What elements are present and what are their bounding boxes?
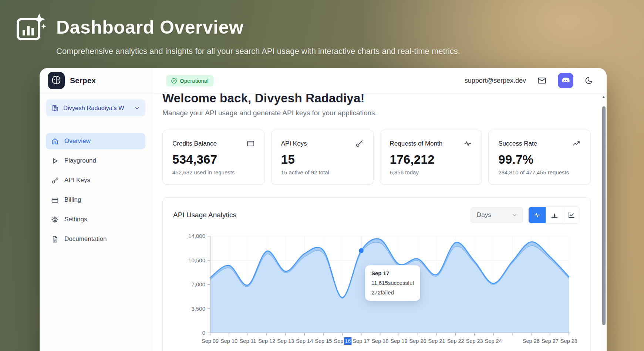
svg-text:Sep 17: Sep 17: [353, 338, 370, 344]
credit-card-icon: [246, 139, 255, 148]
stat-label: Credits Balance: [172, 140, 217, 147]
chart-plot: 14,00010,5007,0003,5000Sep 09Sep 10Sep 1…: [173, 230, 580, 347]
chart-title: API Usage Analytics: [173, 211, 236, 219]
sidebar-item-label: Playground: [64, 157, 96, 164]
workspace-label: Divyesh Radadiya's W: [63, 105, 124, 112]
tooltip-successful: 11,615successful: [371, 280, 414, 286]
svg-text:Sep: Sep: [334, 338, 344, 344]
key-icon: [51, 177, 59, 184]
brain-icon: [48, 72, 65, 89]
svg-text:Sep 28: Sep 28: [560, 338, 577, 344]
stat-card-requests-of-month: Requests of Month 176,212 6,856 today: [380, 130, 482, 185]
page-header: Dashboard Overview Comprehensive analyti…: [15, 13, 460, 56]
stat-sub: 15 active of 92 total: [281, 169, 364, 176]
svg-text:Sep 14: Sep 14: [296, 338, 313, 344]
activity-icon: [463, 139, 472, 148]
main-panel: Operational support@serpex.dev: [152, 68, 607, 351]
discord-icon[interactable]: [558, 73, 573, 88]
sidebar: Serpex Divyesh Radadiya's W: [40, 68, 152, 351]
sidebar-item-label: Billing: [64, 196, 81, 204]
topbar: Operational support@serpex.dev: [152, 68, 607, 93]
activity-icon[interactable]: [529, 207, 546, 223]
trending-up-icon: [572, 139, 581, 148]
welcome-subheading: Manage your API usage and generate API k…: [162, 109, 591, 117]
svg-text:Sep 23: Sep 23: [466, 338, 483, 344]
range-select-value: Days: [477, 211, 491, 219]
sidebar-item-label: API Keys: [64, 177, 90, 184]
stat-card-api-keys: API Keys 15 15 active of 92 total: [271, 130, 374, 185]
support-email[interactable]: support@serpex.dev: [465, 77, 526, 85]
svg-text:10,500: 10,500: [188, 257, 205, 263]
status-label: Operational: [180, 78, 209, 84]
sidebar-item-settings[interactable]: Settings: [46, 211, 145, 228]
stats-row: Credits Balance 534,367 452,632 used in …: [162, 130, 591, 185]
range-select[interactable]: Days: [471, 207, 523, 223]
sidebar-item-playground[interactable]: Playground: [46, 153, 145, 169]
tooltip-failed: 272failed: [371, 289, 414, 296]
svg-text:0: 0: [202, 330, 205, 336]
page-subtitle: Comprehensive analytics and insights for…: [56, 47, 460, 56]
brand-row: Serpex: [40, 68, 152, 93]
page-title: Dashboard Overview: [56, 17, 243, 38]
sidebar-item-billing[interactable]: Billing: [46, 192, 145, 208]
svg-text:Sep 24: Sep 24: [485, 338, 502, 344]
sidebar-nav: Overview Playground API Keys: [40, 133, 152, 247]
chart-tooltip: Sep 17 11,615successful 272failed: [365, 265, 420, 301]
moon-icon[interactable]: [584, 76, 593, 85]
stat-card-credits-balance: Credits Balance 534,367 452,632 used in …: [162, 130, 265, 185]
credit-card-icon: [51, 196, 59, 204]
svg-text:Sep 22: Sep 22: [447, 338, 464, 344]
svg-text:Sep 18: Sep 18: [371, 338, 388, 344]
brand-name: Serpex: [70, 76, 96, 85]
key-icon: [355, 139, 364, 148]
stat-value: 176,212: [390, 153, 472, 167]
svg-text:Sep 15: Sep 15: [315, 338, 332, 344]
svg-text:14,000: 14,000: [188, 233, 205, 239]
stat-sub: 452,632 used in requests: [172, 169, 255, 176]
document-icon: [51, 235, 59, 243]
sidebar-item-label: Overview: [64, 137, 91, 145]
main-content: Welcome back, Divyesh Radadiya! Manage y…: [152, 93, 607, 351]
stat-label: API Keys: [281, 140, 307, 147]
svg-text:7,000: 7,000: [191, 281, 205, 287]
gear-icon: [51, 216, 59, 224]
line-chart-icon[interactable]: [563, 207, 580, 223]
stat-label: Requests of Month: [390, 140, 443, 147]
svg-text:Sep 26: Sep 26: [523, 338, 540, 344]
welcome-heading: Welcome back, Divyesh Radadiya!: [162, 93, 591, 105]
svg-text:Sep 19: Sep 19: [391, 338, 408, 344]
scrollbar-thumb[interactable]: [602, 106, 606, 325]
stat-label: Success Rate: [498, 140, 537, 147]
stat-card-success-rate: Success Rate 99.7% 284,810 of 477,455 re…: [488, 130, 591, 185]
building-icon: [51, 104, 59, 112]
stat-sub: 284,810 of 477,455 requests: [498, 169, 581, 176]
chart-type-toggle: [528, 207, 580, 224]
check-circle-icon: [171, 78, 177, 84]
chevron-down-icon: [134, 105, 140, 111]
workspace-selector[interactable]: Divyesh Radadiya's W: [46, 99, 145, 116]
svg-text:3,500: 3,500: [191, 306, 205, 312]
stat-value: 534,367: [172, 153, 255, 167]
chevron-down-icon: [512, 212, 517, 218]
svg-text:Sep 09: Sep 09: [202, 338, 219, 344]
sidebar-item-label: Settings: [64, 216, 87, 223]
scrollbar: ▲: [601, 94, 607, 351]
mail-icon[interactable]: [537, 76, 547, 85]
stat-sub: 6,856 today: [390, 169, 472, 176]
tooltip-date: Sep 17: [371, 270, 414, 276]
scroll-up-arrow[interactable]: ▲: [601, 95, 606, 99]
app-window: Serpex Divyesh Radadiya's W: [40, 68, 607, 351]
bar-chart-icon[interactable]: [546, 207, 563, 223]
bar-chart-sparkle-icon: [15, 13, 47, 42]
status-badge: Operational: [166, 75, 213, 86]
svg-text:16: 16: [345, 338, 351, 344]
play-icon: [51, 157, 59, 165]
svg-text:Sep 20: Sep 20: [409, 338, 426, 344]
home-icon: [51, 137, 59, 145]
sidebar-item-api-keys[interactable]: API Keys: [46, 172, 145, 188]
svg-text:Sep 10: Sep 10: [220, 338, 237, 344]
stat-value: 15: [281, 153, 364, 167]
sidebar-item-label: Documentation: [64, 235, 107, 243]
sidebar-item-documentation[interactable]: Documentation: [46, 231, 145, 247]
sidebar-item-overview[interactable]: Overview: [46, 133, 145, 149]
